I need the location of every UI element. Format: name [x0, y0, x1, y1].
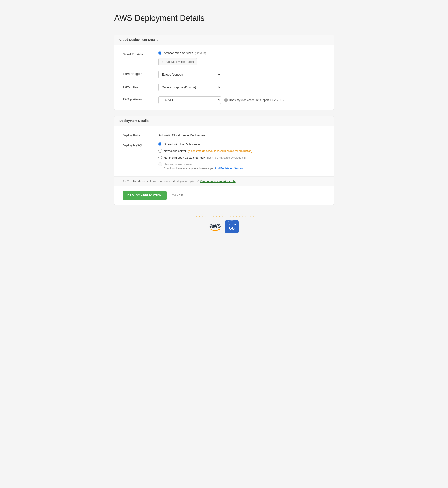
- page-title: AWS Deployment Details: [114, 13, 334, 23]
- aws-platform-wrap: EC2-VPC EC2-Classic i Does my AWS accoun…: [158, 96, 326, 104]
- protip-bar: ProTip: Need access to more advanced dep…: [114, 176, 334, 186]
- deploy-mysql-wrap: Shared with the Rails server New cloud s…: [158, 142, 326, 170]
- cloud-provider-option: Amazon Web Services (Default): [158, 51, 326, 55]
- protip-label: ProTip:: [122, 180, 132, 183]
- mysql-options: Shared with the Rails server New cloud s…: [158, 142, 326, 170]
- mysql-external-radio[interactable]: [158, 156, 162, 159]
- aws-platform-row: AWS platform EC2-VPC EC2-Classic i Does …: [122, 96, 326, 104]
- mysql-external-option: No, this already exists externally (won'…: [158, 156, 326, 159]
- aws-platform-info: i Does my AWS account support EC2-VPC?: [224, 98, 284, 102]
- cancel-button[interactable]: CANCEL: [172, 194, 185, 197]
- protip-manifest-link[interactable]: You can use a manifest file: [200, 180, 236, 183]
- actions-bar: DEPLOY APPLICATION CANCEL: [114, 186, 334, 205]
- mysql-external-label[interactable]: No, this already exists externally (won'…: [164, 156, 246, 159]
- mysql-external-note: (won't be managed by Cloud 66): [207, 156, 246, 159]
- deploy-rails-value: Automatic Cloud Server Deployment: [158, 132, 326, 137]
- cloud66-logo: CLOUD 66: [225, 220, 239, 233]
- info-icon: i: [224, 98, 228, 102]
- mysql-new-cloud-label[interactable]: New cloud server (a separate db server i…: [164, 149, 252, 152]
- deploy-mysql-label: Deploy MySQL: [122, 142, 158, 147]
- add-registered-servers-link[interactable]: Add Registered Servers: [215, 167, 243, 170]
- cloud-deployment-header: Cloud Deployment Details: [114, 35, 334, 45]
- aws-text: aws: [209, 223, 221, 229]
- title-divider: [114, 27, 334, 27]
- server-size-select[interactable]: General purpose (t3.large) General purpo…: [158, 84, 221, 91]
- mysql-registered-radio[interactable]: [158, 162, 162, 166]
- deployment-details-card: Deployment Details Deploy Rails Automati…: [114, 116, 334, 205]
- server-size-wrap: General purpose (t3.large) General purpo…: [158, 84, 326, 91]
- footer-dots: ♥ ♥ ♥ ♥ ♥ ♥ ♥ ♥ ♥ ♥ ♥ ♥ ♥ ♥ ♥ ♥ ♥ ♥ ♥ ♥ …: [114, 215, 334, 217]
- protip-text: Need access to more advanced deployment …: [133, 180, 200, 183]
- footer: ♥ ♥ ♥ ♥ ♥ ♥ ♥ ♥ ♥ ♥ ♥ ♥ ♥ ♥ ♥ ♥ ♥ ♥ ♥ ♥ …: [114, 210, 334, 236]
- deploy-rails-label: Deploy Rails: [122, 132, 158, 137]
- aws-radio[interactable]: [158, 51, 162, 55]
- aws-platform-label: AWS platform: [122, 96, 158, 101]
- aws-platform-select[interactable]: EC2-VPC EC2-Classic: [158, 96, 221, 104]
- server-region-select[interactable]: Europe (London) US East (N. Virginia) US…: [158, 71, 221, 78]
- svg-text:66: 66: [229, 225, 234, 231]
- server-region-wrap: Europe (London) US East (N. Virginia) US…: [158, 71, 326, 78]
- svg-text:CLOUD: CLOUD: [228, 223, 236, 225]
- footer-logos: aws CLOUD 66: [114, 220, 334, 233]
- add-deployment-target-button[interactable]: ⊕ Add Deployment Target: [158, 58, 197, 65]
- deploy-rails-wrap: Automatic Cloud Server Deployment: [158, 132, 326, 137]
- mysql-new-cloud-radio[interactable]: [158, 149, 162, 152]
- mysql-registered-option: New registered server: [158, 162, 326, 166]
- cloud-deployment-card: Cloud Deployment Details Cloud Provider …: [114, 34, 334, 110]
- deploy-rails-row: Deploy Rails Automatic Cloud Server Depl…: [122, 132, 326, 137]
- cloud-provider-label: Cloud Provider: [122, 51, 158, 56]
- deploy-mysql-row: Deploy MySQL Shared with the Rails serve…: [122, 142, 326, 170]
- external-link-icon: ↗: [236, 180, 238, 183]
- server-size-row: Server Size General purpose (t3.large) G…: [122, 84, 326, 91]
- aws-radio-label[interactable]: Amazon Web Services (Default): [164, 51, 206, 55]
- aws-logo: aws: [209, 223, 221, 231]
- mysql-shared-option: Shared with the Rails server: [158, 142, 326, 146]
- registered-server-note: You don't have any registered servers ye…: [164, 167, 326, 170]
- mysql-registered-group: New registered server You don't have any…: [158, 162, 326, 170]
- deployment-details-header: Deployment Details: [114, 116, 334, 126]
- cloud-provider-row: Cloud Provider Amazon Web Services (Defa…: [122, 51, 326, 65]
- plus-icon: ⊕: [162, 60, 164, 64]
- aws-platform-info-text[interactable]: Does my AWS account support EC2-VPC?: [229, 98, 284, 102]
- mysql-new-cloud-note: (a separate db server is recommended for…: [188, 149, 252, 152]
- server-size-label: Server Size: [122, 84, 158, 88]
- aws-smile-icon: [210, 229, 220, 231]
- cloud-provider-wrap: Amazon Web Services (Default) ⊕ Add Depl…: [158, 51, 326, 65]
- aws-platform-inner: EC2-VPC EC2-Classic i Does my AWS accoun…: [158, 96, 326, 104]
- server-region-row: Server Region Europe (London) US East (N…: [122, 71, 326, 78]
- mysql-new-cloud-option: New cloud server (a separate db server i…: [158, 149, 326, 152]
- server-region-label: Server Region: [122, 71, 158, 75]
- mysql-shared-label[interactable]: Shared with the Rails server: [164, 143, 200, 146]
- deploy-application-button[interactable]: DEPLOY APPLICATION: [122, 191, 167, 200]
- mysql-registered-label: New registered server: [164, 163, 192, 166]
- mysql-shared-radio[interactable]: [158, 142, 162, 146]
